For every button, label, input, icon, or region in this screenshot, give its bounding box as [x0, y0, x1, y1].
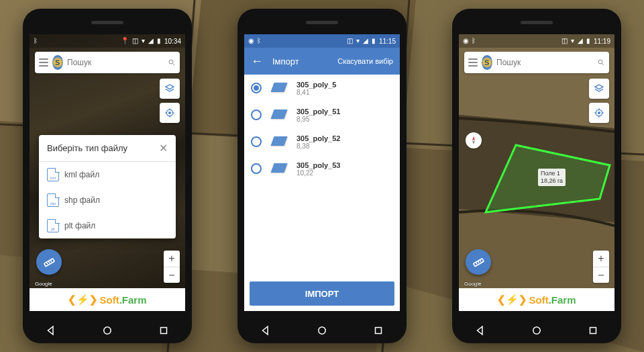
import-row[interactable]: 305_poly_53 10,22: [244, 155, 400, 182]
locate-button[interactable]: [589, 103, 609, 123]
nav-recent-icon[interactable]: [158, 324, 170, 337]
wifi-icon: ▾: [142, 38, 145, 44]
android-navbar: [237, 318, 407, 343]
signal-icon: ◢: [363, 38, 368, 44]
phone-mockup-3: ◉ ᛒ ◫ ▾ ◢ ▮ 11:19 S Поле 1: [452, 9, 621, 343]
radio-icon[interactable]: [251, 109, 262, 120]
polygon-icon: [268, 80, 290, 96]
nav-home-icon[interactable]: [316, 324, 328, 337]
nav-home-icon[interactable]: [101, 324, 113, 337]
wifi-icon: ▾: [571, 38, 574, 44]
compass-icon[interactable]: [466, 132, 482, 148]
import-name: 305_poly_52: [297, 134, 393, 142]
file-icon: plt: [47, 219, 59, 232]
svg-point-13: [169, 112, 171, 114]
file-option-kml[interactable]: kml kml файл: [39, 162, 176, 187]
close-icon[interactable]: ✕: [159, 142, 168, 155]
cancel-selection-button[interactable]: Скасувати вибір: [337, 57, 393, 65]
menu-icon[interactable]: [39, 58, 48, 67]
import-name: 305_poly_53: [297, 161, 393, 169]
nav-back-icon[interactable]: [474, 324, 486, 337]
back-arrow-icon[interactable]: ←: [251, 54, 263, 69]
svg-point-49: [533, 327, 541, 335]
svg-marker-11: [166, 85, 174, 89]
measure-fab[interactable]: [466, 249, 491, 275]
radio-icon[interactable]: [251, 136, 262, 147]
polygon-icon: [268, 161, 290, 177]
field-label[interactable]: Поле 1 18,26 га: [538, 169, 566, 186]
viber-icon: ◉: [463, 38, 469, 44]
svg-line-10: [173, 64, 175, 66]
search-input[interactable]: [67, 58, 168, 67]
search-input[interactable]: [496, 58, 597, 67]
status-time: 11:15: [379, 38, 396, 45]
brand-bar: ❮⚡❯ Soft .Farm: [30, 288, 185, 311]
polygon-icon: [268, 134, 290, 150]
svg-line-21: [50, 261, 51, 262]
file-option-label: kml файл: [64, 170, 99, 179]
field-area: 18,26 га: [541, 177, 563, 185]
android-navbar: [23, 318, 192, 343]
file-option-shp[interactable]: shp shp файл: [39, 187, 176, 213]
import-button[interactable]: ІМПОРТ: [250, 281, 394, 306]
nav-recent-icon[interactable]: [587, 324, 599, 337]
svg-marker-34: [595, 85, 603, 89]
layers-button[interactable]: [589, 79, 609, 99]
battery-icon: ▮: [157, 38, 161, 44]
field-name: Поле 1: [541, 170, 563, 177]
viber-icon: ◉: [248, 38, 254, 44]
vibrate-icon: ◫: [347, 38, 353, 44]
nav-back-icon[interactable]: [45, 324, 57, 337]
svg-point-36: [598, 112, 600, 114]
wifi-icon: ▾: [356, 38, 360, 44]
search-bar[interactable]: S: [35, 52, 180, 73]
menu-icon[interactable]: [468, 58, 478, 67]
layers-button[interactable]: [160, 79, 180, 99]
svg-rect-24: [161, 328, 167, 334]
locate-button[interactable]: [160, 103, 180, 123]
nav-recent-icon[interactable]: [372, 324, 384, 337]
import-name: 305_poly_5: [297, 81, 393, 89]
file-option-label: plt файл: [64, 221, 95, 230]
wheat-icon: ❮⚡❯: [497, 294, 527, 306]
android-navbar: [452, 318, 621, 343]
signal-icon: ◢: [578, 38, 583, 44]
zoom-out-button[interactable]: −: [593, 267, 609, 283]
brand-bar: ❮⚡❯ Soft .Farm: [459, 288, 614, 311]
file-icon: shp: [47, 193, 59, 207]
bluetooth-icon: ᛒ: [472, 38, 476, 44]
import-size: 10,22: [297, 169, 393, 177]
search-bar[interactable]: S: [464, 52, 609, 73]
measure-fab[interactable]: [36, 249, 62, 275]
phone-mockup-2: ◉ ᛒ ◫ ▾ ◢ ▮ 11:15 ← Імпорт Скасувати виб…: [237, 9, 407, 343]
app-logo-icon: S: [482, 55, 493, 70]
svg-marker-22: [48, 326, 54, 335]
search-icon[interactable]: [597, 57, 605, 68]
zoom-in-button[interactable]: +: [593, 251, 609, 267]
svg-marker-48: [478, 326, 483, 335]
import-list: 305_poly_5 8,41 305_poly_51 8,95 305_pol…: [244, 75, 400, 182]
import-row[interactable]: 305_poly_52 8,38: [244, 128, 400, 155]
import-row[interactable]: 305_poly_51 8,95: [244, 101, 400, 128]
radio-selected-icon[interactable]: [251, 83, 262, 93]
bluetooth-icon: ᛒ: [34, 38, 38, 44]
file-option-label: shp файл: [64, 195, 100, 205]
radio-icon[interactable]: [251, 163, 262, 174]
zoom-control: + −: [593, 251, 609, 283]
nav-back-icon[interactable]: [260, 324, 272, 337]
file-option-plt[interactable]: plt plt файл: [39, 213, 176, 238]
bluetooth-icon: ᛒ: [257, 38, 261, 44]
import-size: 8,38: [297, 142, 393, 150]
zoom-in-button[interactable]: +: [164, 251, 180, 267]
search-icon[interactable]: [168, 57, 176, 68]
status-bar: ◉ ᛒ ◫ ▾ ◢ ▮ 11:19: [459, 34, 614, 48]
battery-icon: ▮: [586, 38, 590, 44]
import-row[interactable]: 305_poly_5 8,41: [244, 75, 400, 101]
nav-home-icon[interactable]: [531, 324, 543, 337]
location-icon: 📍: [121, 38, 129, 44]
svg-line-20: [49, 261, 50, 263]
signal-icon: ◢: [148, 38, 154, 44]
zoom-out-button[interactable]: −: [164, 267, 180, 283]
svg-point-32: [598, 60, 602, 64]
svg-line-46: [478, 261, 479, 263]
